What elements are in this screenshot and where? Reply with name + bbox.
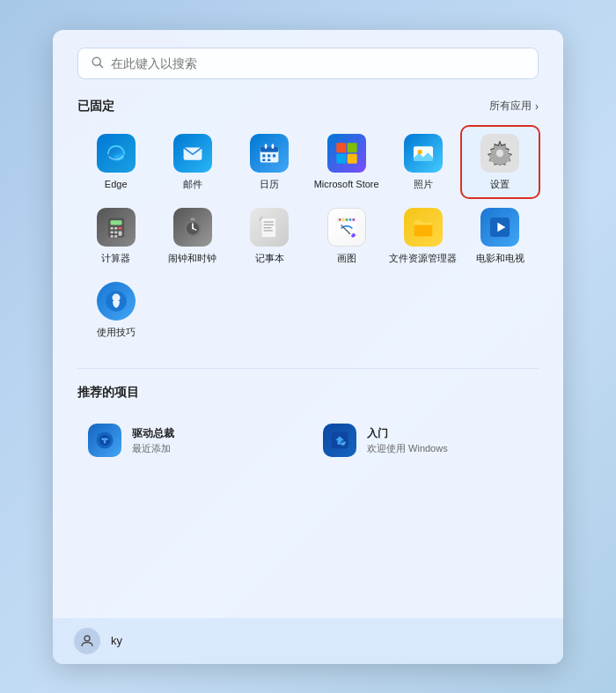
svg-rect-13 [268,159,270,161]
pinned-grid: Edge 邮件 [77,127,539,346]
app-calculator[interactable]: 计算器 [77,201,154,271]
files-icon [404,208,443,247]
all-apps-button[interactable]: 所有应用 › [489,99,539,114]
svg-rect-31 [114,235,117,238]
app-tips[interactable]: 使用技巧 [77,275,154,345]
svg-rect-24 [110,227,113,230]
driver-title: 驱动总裁 [132,426,174,441]
tips-icon [97,282,136,321]
svg-rect-14 [336,143,346,152]
svg-line-1 [99,64,102,67]
svg-rect-27 [110,231,113,233]
svg-point-58 [341,441,346,446]
app-movies[interactable]: 电影和电视 [462,201,539,271]
edge-icon [97,134,136,173]
svg-rect-26 [118,227,121,230]
store-label: Microsoft Store [314,178,379,190]
svg-rect-40 [264,225,275,225]
svg-rect-41 [264,227,272,228]
mail-label: 邮件 [183,178,202,190]
calendar-icon [250,134,289,173]
svg-point-49 [352,218,355,221]
calc-icon [97,208,136,247]
mail-icon [173,134,212,173]
getstart-title: 入门 [367,426,448,441]
store-icon [327,134,366,173]
settings-label: 设置 [490,178,510,190]
svg-point-36 [192,227,194,229]
svg-rect-17 [347,153,356,163]
svg-point-45 [339,218,341,221]
username: ky [111,634,122,647]
svg-rect-16 [336,153,346,163]
app-store[interactable]: Microsoft Store [308,127,385,197]
driver-text: 驱动总裁 最近添加 [132,426,174,455]
clock-icon [173,208,212,247]
files-label: 文件资源管理器 [389,252,457,264]
pinned-section-header: 已固定 所有应用 › [77,99,539,114]
svg-rect-12 [263,159,266,161]
driver-icon [88,424,121,457]
svg-rect-42 [264,230,273,231]
app-settings[interactable]: 设置 [462,127,539,197]
app-clock[interactable]: 闹钟和时钟 [154,201,231,271]
svg-rect-6 [260,146,279,152]
edge-label: Edge [105,178,128,190]
svg-rect-11 [273,154,275,157]
svg-rect-39 [264,221,275,222]
svg-rect-37 [190,217,194,220]
svg-point-48 [348,218,351,221]
movies-label: 电影和电视 [476,252,524,264]
svg-point-47 [345,218,348,221]
rec-driver[interactable]: 驱动总裁 最近添加 [77,417,304,464]
search-icon [91,55,104,71]
search-bar[interactable] [77,48,539,79]
svg-point-54 [112,294,120,302]
svg-rect-15 [347,143,356,152]
paint-icon [327,208,366,247]
calculator-label: 计算器 [101,252,130,264]
start-menu: 已固定 所有应用 › [53,30,563,664]
divider [77,368,539,369]
svg-rect-30 [110,235,113,238]
recommended-title: 推荐的项目 [77,385,139,401]
app-files[interactable]: 文件资源管理器 [385,201,461,271]
getstart-icon [323,424,356,457]
notepad-label: 记事本 [255,252,284,264]
app-photos[interactable]: 照片 [385,127,461,197]
app-mail[interactable]: 邮件 [154,127,231,197]
svg-point-21 [496,149,503,156]
svg-rect-29 [118,231,121,235]
getstart-subtitle: 欢迎使用 Windows [367,442,448,455]
pinned-title: 已固定 [77,99,114,114]
svg-rect-8 [272,144,275,148]
tips-label: 使用技巧 [97,326,136,338]
svg-point-59 [84,636,90,641]
recommended-grid: 驱动总裁 最近添加 入门 欢迎使用 Windows [77,417,539,464]
rec-getstart[interactable]: 入门 欢迎使用 Windows [312,417,539,464]
paint-label: 画图 [337,252,356,264]
app-edge[interactable]: Edge [77,127,154,197]
clock-label: 闹钟和时钟 [168,252,216,264]
photos-label: 照片 [414,178,433,190]
getstart-text: 入门 欢迎使用 Windows [367,426,448,455]
app-calendar[interactable]: 日历 [231,127,308,197]
svg-rect-23 [110,220,121,225]
movies-icon [480,208,519,247]
svg-rect-10 [268,154,270,157]
svg-rect-7 [265,144,268,148]
user-bar[interactable]: ky [53,618,563,664]
svg-rect-28 [114,231,117,233]
driver-subtitle: 最近添加 [132,442,174,455]
svg-point-46 [341,218,344,221]
settings-icon [480,134,519,173]
svg-rect-9 [263,154,266,157]
photos-icon [404,134,443,173]
calendar-label: 日历 [260,178,279,190]
app-notepad[interactable]: 记事本 [231,201,308,271]
search-input[interactable] [111,56,525,70]
notepad-icon [250,208,289,247]
recommended-section-header: 推荐的项目 [77,385,539,401]
app-paint[interactable]: 画图 [308,201,385,271]
svg-rect-25 [114,227,117,230]
